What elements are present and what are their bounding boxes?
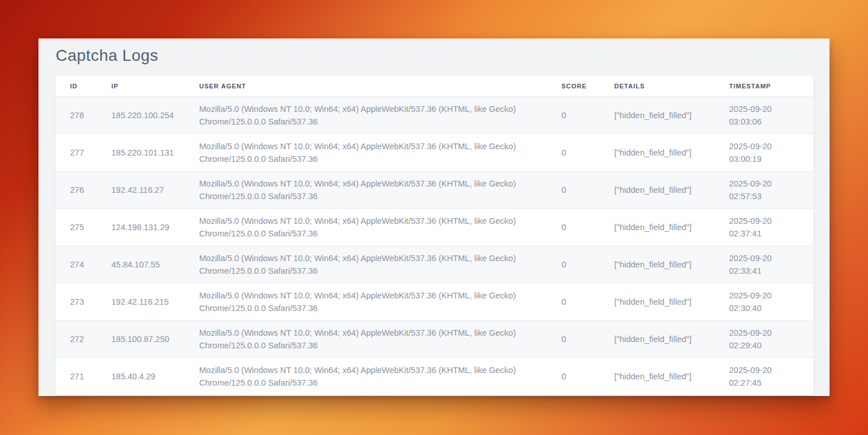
table-row: 272185.100.87.250Mozilla/5.0 (Windows NT…: [56, 321, 813, 358]
cell-details: ["hidden_field_filled"]: [600, 172, 715, 209]
captcha-logs-card: Captcha Logs IDIPUSER AGENTSCOREDETAILST…: [38, 38, 830, 396]
cell-score: 0: [547, 283, 600, 321]
column-header-details: DETAILS: [600, 76, 715, 97]
cell-user_agent: Mozilla/5.0 (Windows NT 10.0; Win64; x64…: [185, 97, 547, 134]
cell-timestamp: 2025-09-20 02:33:41: [715, 246, 813, 283]
cell-timestamp: 2025-09-20 03:00:19: [715, 134, 813, 172]
column-header-user_agent: USER AGENT: [185, 76, 547, 97]
cell-id: 278: [56, 97, 97, 134]
cell-ip: 192.42.116.27: [97, 172, 185, 209]
cell-user_agent: Mozilla/5.0 (Windows NT 10.0; Win64; x64…: [185, 209, 547, 246]
cell-id: 277: [56, 134, 97, 172]
cell-details: ["hidden_field_filled"]: [600, 209, 715, 246]
cell-ip: 185.220.101.131: [97, 134, 185, 172]
cell-id: 274: [56, 246, 97, 283]
cell-id: 273: [56, 283, 97, 321]
cell-user_agent: Mozilla/5.0 (Windows NT 10.0; Win64; x64…: [185, 321, 547, 358]
cell-details: ["hidden_field_filled"]: [600, 283, 715, 321]
cell-user_agent: Mozilla/5.0 (Windows NT 10.0; Win64; x64…: [185, 246, 547, 283]
table-header-row: IDIPUSER AGENTSCOREDETAILSTIMESTAMP: [56, 76, 813, 97]
table-row: 273192.42.116.215Mozilla/5.0 (Windows NT…: [56, 283, 813, 321]
cell-ip: 185.100.87.250: [97, 321, 185, 358]
table-body: 278185.220.100.254Mozilla/5.0 (Windows N…: [56, 97, 813, 395]
column-header-ip: IP: [97, 76, 185, 97]
cell-score: 0: [547, 246, 600, 283]
cell-score: 0: [547, 134, 600, 172]
table-row: 271185.40.4.29Mozilla/5.0 (Windows NT 10…: [56, 358, 813, 395]
cell-ip: 192.42.116.215: [97, 283, 185, 321]
table-row: 276192.42.116.27Mozilla/5.0 (Windows NT …: [56, 172, 813, 209]
cell-id: 276: [56, 172, 97, 209]
cell-timestamp: 2025-09-20 02:57:53: [715, 172, 813, 209]
cell-ip: 185.220.100.254: [97, 97, 185, 134]
cell-timestamp: 2025-09-20 02:30:40: [715, 283, 813, 321]
cell-id: 271: [56, 358, 97, 395]
cell-ip: 185.40.4.29: [97, 358, 185, 395]
cell-user_agent: Mozilla/5.0 (Windows NT 10.0; Win64; x64…: [185, 283, 547, 321]
cell-id: 275: [56, 209, 97, 246]
cell-timestamp: 2025-09-20 03:03:06: [715, 97, 813, 134]
page-background: Captcha Logs IDIPUSER AGENTSCOREDETAILST…: [0, 0, 868, 435]
cell-score: 0: [547, 358, 600, 395]
cell-details: ["hidden_field_filled"]: [600, 97, 715, 134]
cell-ip: 45.84.107.55: [97, 246, 185, 283]
column-header-timestamp: TIMESTAMP: [715, 76, 813, 97]
table-row: 27445.84.107.55Mozilla/5.0 (Windows NT 1…: [56, 246, 813, 283]
table-row: 278185.220.100.254Mozilla/5.0 (Windows N…: [56, 97, 813, 134]
cell-details: ["hidden_field_filled"]: [600, 246, 715, 283]
column-header-id: ID: [56, 76, 97, 97]
cell-user_agent: Mozilla/5.0 (Windows NT 10.0; Win64; x64…: [185, 358, 547, 395]
cell-id: 272: [56, 321, 97, 358]
cell-score: 0: [547, 209, 600, 246]
cell-user_agent: Mozilla/5.0 (Windows NT 10.0; Win64; x64…: [185, 134, 547, 172]
page-title: Captcha Logs: [56, 46, 158, 65]
cell-timestamp: 2025-09-20 02:37:41: [715, 209, 813, 246]
captcha-logs-table: IDIPUSER AGENTSCOREDETAILSTIMESTAMP 2781…: [56, 76, 813, 395]
table-row: 277185.220.101.131Mozilla/5.0 (Windows N…: [56, 134, 813, 172]
captcha-logs-table-container: IDIPUSER AGENTSCOREDETAILSTIMESTAMP 2781…: [56, 76, 813, 395]
cell-details: ["hidden_field_filled"]: [600, 358, 715, 395]
cell-score: 0: [547, 321, 600, 358]
cell-score: 0: [547, 172, 600, 209]
cell-score: 0: [547, 97, 600, 134]
cell-details: ["hidden_field_filled"]: [600, 134, 715, 172]
cell-details: ["hidden_field_filled"]: [600, 321, 715, 358]
cell-timestamp: 2025-09-20 02:27:45: [715, 358, 813, 395]
table-row: 275124.198.131.29Mozilla/5.0 (Windows NT…: [56, 209, 813, 246]
cell-user_agent: Mozilla/5.0 (Windows NT 10.0; Win64; x64…: [185, 172, 547, 209]
cell-ip: 124.198.131.29: [97, 209, 185, 246]
table-header: IDIPUSER AGENTSCOREDETAILSTIMESTAMP: [56, 76, 813, 97]
column-header-score: SCORE: [547, 76, 600, 97]
cell-timestamp: 2025-09-20 02:29:40: [715, 321, 813, 358]
